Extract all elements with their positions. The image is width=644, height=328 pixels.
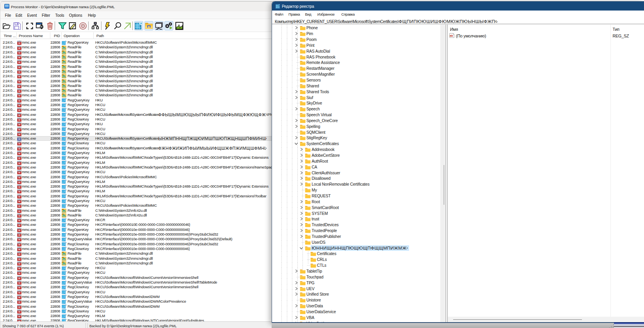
svg-text:ab: ab bbox=[450, 34, 453, 37]
